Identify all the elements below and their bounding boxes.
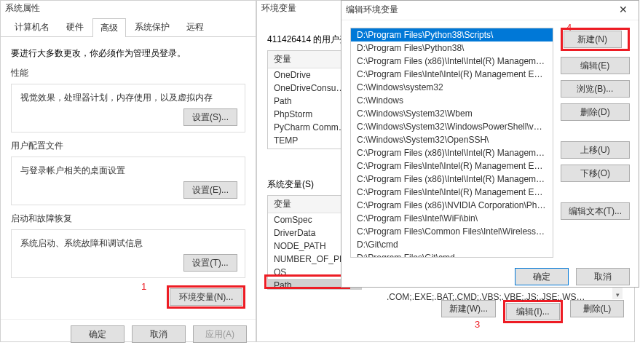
annotation-4: 4 — [566, 22, 572, 33]
perf-group: 视觉效果，处理器计划，内存使用，以及虚拟内存 设置(S)... — [11, 84, 245, 132]
sysprops-titlebar: 系统属性 — [1, 1, 256, 17]
sysprops-title: 系统属性 — [5, 2, 40, 15]
path-moveup-button[interactable]: 上移(U) — [561, 141, 630, 159]
path-item[interactable]: C:\Program Files (x86)\Intel\Intel(R) Ma… — [351, 146, 553, 159]
path-item[interactable]: C:\Program Files\Common Files\Intel\Wire… — [351, 225, 553, 238]
profile-group: 与登录帐户相关的桌面设置 设置(E)... — [11, 157, 245, 205]
perf-title: 性能 — [11, 67, 245, 79]
path-item[interactable]: C:\Program Files\Intel\Intel(R) Manageme… — [351, 68, 553, 81]
annotation-1: 1 — [141, 281, 146, 292]
path-edit-button[interactable]: 编辑(E) — [561, 57, 630, 74]
env-variables-button[interactable]: 环境变量(N)... — [170, 288, 242, 306]
path-new-button[interactable]: 新建(N) — [564, 31, 622, 48]
path-item[interactable]: D:\Program Files\Python38\Scripts\ — [351, 28, 553, 41]
close-icon[interactable]: ✕ — [612, 2, 634, 17]
path-edittext-button[interactable]: 编辑文本(T)... — [561, 202, 630, 220]
path-item[interactable]: C:\Windows\System32\WindowsPowerShell\v1… — [351, 120, 553, 133]
startup-desc: 系统启动、系统故障和调试信息 — [20, 237, 236, 250]
sys-edit-button[interactable]: 编辑(I)... — [506, 303, 560, 320]
envvar-title: 环境变量 — [261, 2, 296, 15]
tab-remote[interactable]: 远程 — [178, 17, 212, 36]
sysprops-apply-button[interactable]: 应用(A) — [193, 325, 247, 343]
path-item[interactable]: C:\Program Files (x86)\Intel\Intel(R) Ma… — [351, 55, 553, 68]
path-item[interactable]: C:\Windows\System32\Wbem — [351, 107, 553, 120]
editpath-cancel-button[interactable]: 取消 — [576, 268, 630, 285]
edit-path-window: 编辑环境变量 ✕ D:\Program Files\Python38\Scrip… — [341, 0, 639, 288]
sysprops-button-row: 确定 取消 应用(A) — [1, 319, 256, 349]
sysprops-tabs: 计算机名 硬件 高级 系统保护 远程 — [1, 17, 256, 37]
editpath-button-row: 确定 取消 — [341, 262, 639, 291]
path-item[interactable]: C:\Program Files\Intel\Intel(R) Manageme… — [351, 186, 553, 199]
perf-settings-button[interactable]: 设置(S)... — [183, 108, 237, 126]
startup-group: 系统启动、系统故障和调试信息 设置(T)... — [11, 229, 245, 278]
tab-advanced[interactable]: 高级 — [92, 18, 126, 37]
tab-hardware[interactable]: 硬件 — [58, 17, 92, 36]
editpath-title: 编辑环境变量 — [346, 4, 398, 16]
path-browse-button[interactable]: 浏览(B)... — [561, 80, 630, 98]
editpath-side-buttons: 新建(N) 编辑(E) 浏览(B)... 删除(D) 上移(U) 下移(O) 编… — [561, 28, 630, 258]
path-listbox[interactable]: D:\Program Files\Python38\Scripts\D:\Pro… — [350, 28, 553, 258]
path-item[interactable]: C:\Windows\System32\OpenSSH\ — [351, 133, 553, 146]
path-item[interactable]: C:\Program Files\Intel\Intel(R) Manageme… — [351, 159, 553, 173]
path-item[interactable]: C:\Program Files (x86)\NVIDIA Corporatio… — [351, 199, 553, 212]
sysprops-intro: 要进行大多数更改，你必须作为管理员登录。 — [11, 47, 245, 60]
perf-desc: 视觉效果，处理器计划，内存使用，以及虚拟内存 — [20, 92, 236, 104]
sys-var-value-pathext: .COM;.EXE;.BAT;.CMD;.VBS;.VBE;.JS;.JSE;.… — [382, 290, 592, 304]
path-item[interactable]: D:\Git\cmd — [351, 238, 553, 251]
tab-sysprotect[interactable]: 系统保护 — [127, 17, 178, 36]
path-delete-button[interactable]: 删除(D) — [561, 103, 630, 121]
path-item[interactable]: D:\Program Files\Git\cmd — [351, 251, 553, 258]
path-movedown-button[interactable]: 下移(O) — [561, 165, 630, 182]
editpath-titlebar: 编辑环境变量 ✕ — [341, 1, 639, 20]
startup-title: 启动和故障恢复 — [11, 213, 245, 225]
editpath-ok-button[interactable]: 确定 — [515, 268, 569, 285]
path-item[interactable]: C:\Program Files\Intel\WiFi\bin\ — [351, 212, 553, 225]
path-item[interactable]: C:\Windows — [351, 94, 553, 107]
profile-desc: 与登录帐户相关的桌面设置 — [20, 165, 236, 177]
path-item[interactable]: D:\Program Files\Python38\ — [351, 41, 553, 55]
system-properties-window: 系统属性 计算机名 硬件 高级 系统保护 远程 要进行大多数更改，你必须作为管理… — [0, 0, 256, 342]
tab-computername[interactable]: 计算机名 — [7, 17, 58, 36]
sysprops-cancel-button[interactable]: 取消 — [132, 325, 186, 343]
path-item[interactable]: C:\Program Files (x86)\Intel\Intel(R) Ma… — [351, 173, 553, 186]
startup-settings-button[interactable]: 设置(T)... — [183, 254, 237, 272]
annotation-3: 3 — [475, 319, 480, 330]
path-item[interactable]: C:\Windows\system32 — [351, 81, 553, 94]
profile-settings-button[interactable]: 设置(E)... — [183, 181, 237, 199]
scroll-down-icon[interactable]: ▾ — [615, 290, 620, 299]
profile-title: 用户配置文件 — [11, 140, 245, 152]
sysprops-ok-button[interactable]: 确定 — [71, 325, 125, 343]
